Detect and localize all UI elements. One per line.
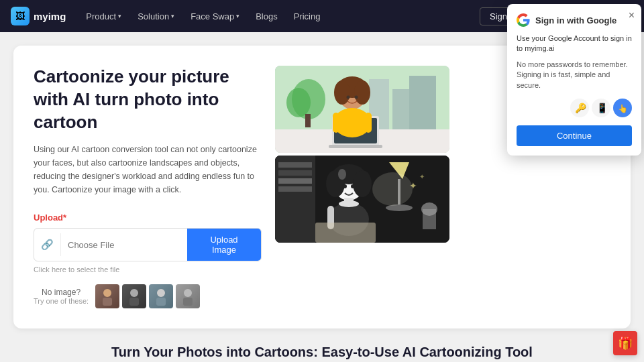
popup-subtitle: Use your Google Account to sign in to my… — [517, 34, 632, 54]
sample-text: No image? Try one of these: — [34, 288, 89, 305]
svg-rect-3 — [129, 298, 139, 306]
logo-text: myimg — [34, 11, 66, 22]
svg-rect-5 — [156, 298, 166, 306]
google-signin-popup: × Sign in with Google Use your Google Ac… — [507, 4, 641, 156]
svg-rect-1 — [103, 298, 112, 306]
svg-point-48 — [351, 184, 355, 188]
svg-rect-7 — [183, 298, 193, 306]
site-logo[interactable]: 🖼 myimg — [11, 7, 66, 25]
svg-point-2 — [130, 289, 138, 297]
hero-description: Using our AI cartoon conversion tool can… — [34, 143, 262, 196]
google-logo-icon — [517, 13, 530, 27]
upload-box: 🔗 Upload Image — [34, 228, 262, 261]
popup-icons-row: 🔑 📱 👆 — [517, 99, 632, 117]
popup-close-button[interactable]: × — [629, 9, 635, 21]
svg-point-27 — [347, 96, 350, 99]
upload-label: Upload* — [34, 213, 262, 223]
chevron-down-icon: ▾ — [171, 13, 174, 19]
sample-thumb-1[interactable] — [95, 284, 119, 308]
svg-rect-32 — [278, 170, 312, 176]
svg-point-46 — [339, 200, 359, 207]
bottom-section-title: Turn Your Photos into Cartoons: Easy-to-… — [13, 345, 631, 360]
hero-title: Cartoonize your picture with AI turn pho… — [34, 66, 262, 133]
svg-point-38 — [372, 172, 413, 206]
svg-point-0 — [103, 289, 111, 297]
hero-image-top — [275, 66, 449, 153]
nav-item-blogs[interactable]: Blogs — [249, 9, 284, 24]
nav-item-pricing[interactable]: Pricing — [287, 9, 327, 24]
svg-rect-50 — [315, 223, 376, 243]
svg-text:👆: 👆 — [618, 103, 628, 113]
svg-rect-25 — [333, 113, 339, 133]
logo-icon: 🖼 — [11, 7, 30, 25]
sample-thumb-3[interactable] — [149, 284, 173, 308]
gift-button[interactable]: 🎁 — [613, 331, 637, 355]
svg-rect-30 — [275, 156, 315, 243]
nav-item-solution[interactable]: Solution ▾ — [131, 9, 181, 24]
device-icon: 📱 — [592, 99, 610, 117]
logo-image: 🖼 — [15, 11, 25, 21]
nav-item-product[interactable]: Product ▾ — [79, 9, 128, 24]
svg-text:✦: ✦ — [419, 173, 425, 180]
hero-image-bottom: ✦ ✦ — [275, 156, 449, 243]
upload-image-button[interactable]: Upload Image — [187, 229, 261, 261]
popup-header: Sign in with Google — [517, 13, 632, 27]
passkey-icon: 🔑 — [570, 99, 589, 117]
hero-left: Cartoonize your picture with AI turn pho… — [34, 66, 262, 308]
sample-section: No image? Try one of these: — [34, 284, 262, 308]
popup-title: Sign in with Google — [535, 15, 616, 25]
svg-text:🔑: 🔑 — [575, 103, 587, 114]
fingerprint-icon: 👆 — [613, 99, 632, 117]
file-input[interactable] — [61, 235, 187, 255]
hero-right: ✦ ✦ — [275, 66, 449, 308]
svg-rect-33 — [278, 178, 312, 184]
svg-point-43 — [338, 169, 346, 180]
nav-item-faceswap[interactable]: Face Swap ▾ — [184, 9, 246, 24]
sample-thumb-2[interactable] — [122, 284, 146, 308]
svg-point-54 — [421, 202, 437, 216]
svg-text:📱: 📱 — [596, 103, 608, 114]
svg-point-4 — [157, 289, 165, 297]
svg-text:✦: ✦ — [409, 180, 417, 191]
continue-button[interactable]: Continue — [517, 125, 632, 146]
svg-point-42 — [353, 170, 372, 197]
svg-rect-26 — [365, 113, 372, 133]
upload-hint: Click here to select the file — [34, 265, 262, 274]
gift-icon: 🎁 — [618, 336, 633, 351]
svg-rect-31 — [278, 162, 312, 168]
svg-point-47 — [343, 184, 347, 188]
svg-point-28 — [355, 96, 358, 99]
required-mark: * — [63, 213, 66, 223]
sample-thumbs — [95, 284, 200, 308]
try-one-label: Try one of these: — [34, 297, 89, 305]
svg-point-6 — [184, 289, 192, 297]
chevron-down-icon: ▾ — [236, 13, 239, 19]
svg-rect-34 — [278, 186, 312, 192]
chevron-down-icon: ▾ — [118, 13, 121, 19]
sample-thumb-4[interactable] — [176, 284, 200, 308]
link-icon: 🔗 — [34, 233, 61, 256]
nav-items: Product ▾ Solution ▾ Face Swap ▾ Blogs P… — [79, 9, 480, 24]
popup-description: No more passwords to remember. Signing i… — [517, 60, 632, 90]
no-image-label: No image? — [34, 288, 89, 297]
